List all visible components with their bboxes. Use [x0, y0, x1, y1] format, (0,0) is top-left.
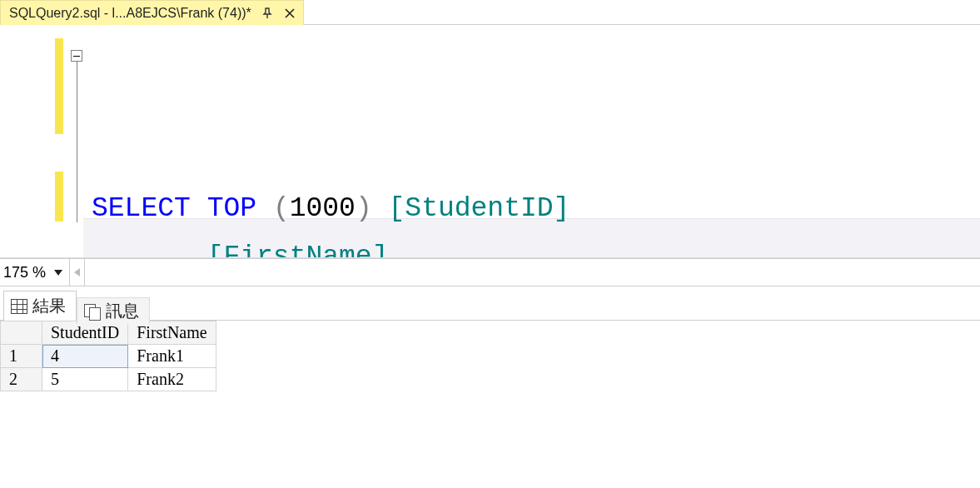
- identifier: [FirstName]: [207, 242, 389, 258]
- chevron-down-icon[interactable]: [54, 270, 62, 276]
- pin-icon[interactable]: [260, 6, 275, 21]
- row-header[interactable]: 1: [1, 345, 42, 368]
- column-header[interactable]: StudentID: [42, 321, 128, 345]
- keyword: SELECT: [92, 193, 191, 224]
- paren: (: [273, 193, 290, 224]
- grid-icon: [11, 299, 27, 314]
- sql-editor[interactable]: SELECT TOP (1000) [StudentID] ,[FirstNam…: [0, 25, 980, 258]
- keyword: TOP: [207, 193, 256, 224]
- tab-results-label: 結果: [32, 295, 66, 317]
- table-corner[interactable]: [1, 321, 42, 345]
- tab-messages-label: 訊息: [106, 300, 139, 322]
- document-tab-bar: SQLQuery2.sql - l...A8EJCS\Frank (74))*: [0, 0, 980, 25]
- tab-results[interactable]: 結果: [3, 291, 77, 321]
- column-header[interactable]: FirstName: [128, 321, 216, 345]
- table-row[interactable]: 2 5 Frank2: [1, 368, 216, 391]
- triangle-left-icon: [74, 268, 80, 276]
- number: 1000: [290, 193, 356, 224]
- comma: ,: [191, 242, 207, 258]
- document-tab-title: SQLQuery2.sql - l...A8EJCS\Frank (74))*: [9, 6, 251, 21]
- zoom-dropdown[interactable]: 175 %: [0, 259, 70, 286]
- cell[interactable]: Frank2: [128, 368, 216, 391]
- results-table[interactable]: StudentID FirstName 1 4 Frank1 2 5 Frank…: [0, 321, 216, 391]
- cell[interactable]: Frank1: [128, 345, 216, 368]
- document-tab[interactable]: SQLQuery2.sql - l...A8EJCS\Frank (74))*: [0, 0, 304, 25]
- identifier: [StudentID]: [389, 193, 570, 224]
- close-icon[interactable]: [283, 7, 296, 20]
- paren: ): [356, 193, 372, 224]
- document-icon: [84, 304, 101, 319]
- cell[interactable]: 4: [42, 345, 128, 368]
- code-content[interactable]: SELECT TOP (1000) [StudentID] ,[FirstNam…: [0, 25, 980, 258]
- table-row[interactable]: 1 4 Frank1: [1, 345, 216, 368]
- zoom-value-label: 175 %: [3, 264, 46, 281]
- scroll-left-button[interactable]: [70, 259, 85, 286]
- results-panel: StudentID FirstName 1 4 Frank1 2 5 Frank…: [0, 320, 980, 488]
- results-tab-bar: 結果 訊息: [0, 286, 980, 320]
- row-header[interactable]: 2: [1, 368, 42, 391]
- editor-status-bar: 175 %: [0, 258, 980, 286]
- cell[interactable]: 5: [42, 368, 128, 391]
- tab-messages[interactable]: 訊息: [77, 297, 150, 324]
